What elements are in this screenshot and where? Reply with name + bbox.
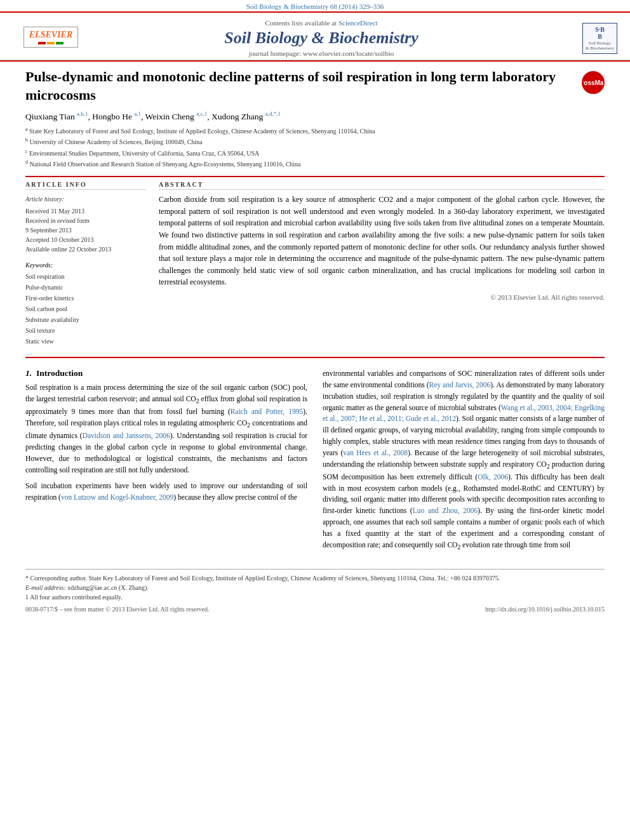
- intro-para-1: Soil respiration is a main process deter…: [25, 382, 307, 476]
- ref-vonlutzow-2009[interactable]: von Lutzow and Kogel-Knabner, 2009: [61, 493, 173, 501]
- doi-link[interactable]: http://dx.doi.org/10.1016/j.soilbio.2013…: [485, 606, 605, 613]
- article-info-label: ARTICLE INFO: [25, 181, 146, 190]
- affiliation-b: b University of Chinese Academy of Scien…: [25, 137, 605, 147]
- received-date: Received 31 May 2013: [25, 206, 146, 216]
- available-date: Available online 22 October 2013: [25, 244, 146, 254]
- svg-text:CrossMark: CrossMark: [583, 79, 603, 86]
- elsevier-branding: ELSEVIER: [13, 27, 89, 50]
- corresponding-author-note: * Corresponding author. State Key Labora…: [25, 573, 605, 583]
- keywords-list: Soil respirationPulse-dynamicFirst-order…: [25, 271, 146, 347]
- body-content-section: 1. Introduction Soil respiration is a ma…: [25, 368, 605, 557]
- contents-available-text: Contents lists available at ScienceDirec…: [89, 19, 554, 27]
- abstract-column: ABSTRACT Carbon dioxide from soil respir…: [159, 181, 605, 347]
- ref-davidson-2006[interactable]: Davidson and Janssens, 2006: [83, 432, 170, 439]
- abstract-text: Carbon dioxide from soil respiration is …: [159, 194, 605, 288]
- affiliation-d: d National Field Observation and Researc…: [25, 159, 605, 170]
- ref-luo-2006[interactable]: Luo and Zhou, 2006: [413, 507, 478, 514]
- authors-line: Qiuxiang Tian a,b,1, Hongbo He a,1, Weix…: [25, 110, 605, 122]
- corresponding-email[interactable]: xdzhang@iae.ac.cn: [67, 584, 117, 591]
- affiliations-section: a State Key Laboratory of Forest and Soi…: [25, 126, 605, 170]
- journal-homepage: journal homepage: www.elsevier.com/locat…: [89, 50, 554, 57]
- body-divider: [25, 357, 605, 358]
- sciencedirect-link[interactable]: ScienceDirect: [338, 19, 378, 27]
- footnote-authors: 1 All four authors contributed equally.: [25, 592, 605, 602]
- keywords-section: Keywords: Soil respirationPulse-dynamicF…: [25, 262, 146, 347]
- footer-bottom: 0038-0717/$ – see front matter © 2013 El…: [25, 606, 605, 613]
- crossmark-badge[interactable]: CrossMark: [582, 71, 605, 94]
- keyword-item: Substrate availability: [25, 314, 146, 325]
- introduction-left-text: Soil respiration is a main process deter…: [25, 382, 307, 503]
- keyword-item: Pulse-dynamic: [25, 282, 146, 293]
- ref-wang-2003[interactable]: Wang et al., 2003, 2004; Engelking et al…: [323, 404, 605, 423]
- affiliation-c: c Environmental Studies Department, Univ…: [25, 148, 605, 159]
- keyword-item: First-order kinetics: [25, 293, 146, 303]
- elsevier-logo-box: ELSEVIER: [23, 27, 78, 48]
- sbb-logo-text: S·BB: [586, 26, 614, 40]
- keyword-item: Soil texture: [25, 325, 146, 336]
- body-right-column: environmental variables and comparisons …: [323, 368, 605, 557]
- main-content-area: Pulse-dynamic and monotonic decline patt…: [0, 62, 630, 625]
- keyword-item: Soil carbon pool: [25, 303, 146, 314]
- elsevier-wordmark: ELSEVIER: [29, 30, 72, 40]
- info-abstract-section: ARTICLE INFO Article history: Received 3…: [25, 181, 605, 347]
- ref-vanhees-2008[interactable]: van Hees et al., 2008: [343, 449, 408, 457]
- bar-red: [38, 42, 46, 44]
- sbb-logo-subtext: Soil Biology& Biochemistry: [586, 41, 614, 51]
- introduction-heading: 1. Introduction: [25, 368, 307, 378]
- affiliation-a: a State Key Laboratory of Forest and Soi…: [25, 126, 605, 137]
- keyword-item: Soil respiration: [25, 271, 146, 282]
- journal-title: Soil Biology & Biochemistry: [89, 28, 554, 48]
- introduction-right-text: environmental variables and comparisons …: [323, 368, 605, 552]
- ref-raich-1995[interactable]: Raich and Potter, 1995: [231, 408, 303, 415]
- journal-title-area: Contents lists available at ScienceDirec…: [89, 19, 554, 57]
- ref-rey-2006[interactable]: Rey and Jarvis, 2006: [429, 381, 491, 389]
- journal-reference: Soil Biology & Biochemistry 68 (2014) 32…: [0, 0, 630, 11]
- abstract-label: ABSTRACT: [159, 181, 605, 190]
- crossmark-icon: CrossMark: [582, 71, 605, 94]
- email-note: E-mail address: xdzhang@iae.ac.cn (X. Zh…: [25, 583, 605, 592]
- license-text: 0038-0717/$ – see front matter © 2013 El…: [25, 606, 209, 613]
- article-title-section: Pulse-dynamic and monotonic decline patt…: [25, 68, 605, 104]
- body-left-column: 1. Introduction Soil respiration is a ma…: [25, 368, 307, 557]
- article-info-column: ARTICLE INFO Article history: Received 3…: [25, 181, 146, 347]
- keyword-item: Static view: [25, 336, 146, 347]
- ref-olk-2006[interactable]: Olk, 2006: [478, 473, 508, 481]
- history-label: Article history:: [25, 194, 146, 205]
- footer-section: * Corresponding author. State Key Labora…: [25, 569, 605, 613]
- intro-para-2: Soil incubation experiments have been wi…: [25, 481, 307, 503]
- bar-green: [56, 42, 64, 44]
- article-title: Pulse-dynamic and monotonic decline patt…: [25, 68, 575, 104]
- section-divider: [25, 176, 605, 177]
- sbb-logo: S·BB Soil Biology& Biochemistry: [582, 23, 617, 54]
- revised-date: Received in revised form 9 September 201…: [25, 216, 146, 235]
- copyright-line: © 2013 Elsevier Ltd. All rights reserved…: [159, 293, 605, 301]
- elsevier-color-bars: [29, 42, 72, 44]
- article-history: Article history: Received 31 May 2013 Re…: [25, 194, 146, 254]
- bar-orange: [47, 42, 55, 44]
- keywords-label: Keywords:: [25, 262, 146, 269]
- journal-header: ELSEVIER Contents lists available at Sci…: [0, 13, 630, 60]
- journal-ref-text: Soil Biology & Biochemistry 68 (2014) 32…: [246, 3, 384, 10]
- intro-para-3: environmental variables and comparisons …: [323, 368, 605, 552]
- accepted-date: Accepted 10 October 2013: [25, 235, 146, 244]
- journal-logo-box: S·BB Soil Biology& Biochemistry: [554, 23, 617, 54]
